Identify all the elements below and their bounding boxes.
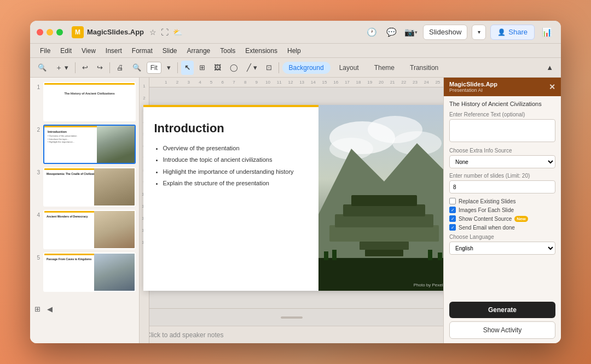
menubar: File Edit View Insert Format Slide Arran…	[30, 44, 561, 58]
minimize-button[interactable]	[47, 29, 53, 36]
text-box-tool[interactable]: ⊡	[263, 61, 275, 75]
replace-slides-label: Replace Existing Slides	[459, 198, 516, 204]
slide-img-4[interactable]: Ancient Wonders of Democracy	[43, 210, 136, 249]
close-button[interactable]	[37, 29, 43, 36]
email-row: ✓ Send Email when done	[449, 224, 555, 231]
analytics-icon[interactable]: 📊	[539, 25, 554, 40]
svg-rect-6	[329, 225, 439, 242]
source-checkbox[interactable]: ✓	[449, 215, 456, 222]
line-tool[interactable]: ╱ ▾	[244, 61, 260, 75]
app-title: MagicSlides.App	[87, 28, 144, 36]
reference-input[interactable]	[449, 119, 555, 142]
reference-label: Enter Reference Text (optional)	[449, 111, 555, 118]
zoom-dropdown[interactable]: ▾	[164, 61, 174, 75]
collapse-toolbar[interactable]: ▲	[543, 61, 557, 75]
zoom-in-button[interactable]: 🔍	[129, 61, 144, 75]
camera-icon[interactable]: 📷 ▾	[403, 25, 419, 40]
print-button[interactable]: 🖨	[113, 61, 127, 75]
star-icon[interactable]: ☆	[149, 28, 157, 37]
right-panel-close[interactable]: ✕	[549, 83, 555, 91]
images-checkbox[interactable]: ✓	[449, 207, 456, 213]
scroll-indicator[interactable]	[281, 316, 303, 319]
slide-photo: Photo by Pexels	[318, 105, 444, 291]
slide-thumbnail-1[interactable]: 1 The History of Ancient Civilizations	[33, 82, 136, 121]
toolbar-separator-1	[75, 62, 76, 73]
menu-file[interactable]: File	[36, 46, 55, 56]
replace-slides-checkbox[interactable]	[449, 198, 456, 204]
maximize-button[interactable]	[56, 29, 63, 36]
slides-count-input[interactable]	[449, 180, 555, 193]
slide-thumbnail-4[interactable]: 4 Ancient Wonders of Democracy	[33, 210, 136, 249]
slideshow-button[interactable]: Slideshow	[423, 25, 467, 40]
bullet-1: Overview of the presentation	[163, 144, 308, 152]
layout-button[interactable]: Layout	[333, 62, 366, 74]
menu-tools[interactable]: Tools	[216, 46, 240, 56]
replace-slides-row: Replace Existing Slides	[449, 198, 555, 204]
show-activity-button[interactable]: Show Activity	[449, 321, 555, 339]
speaker-notes-placeholder[interactable]: Click to add speaker notes	[146, 331, 223, 339]
slideshow-dropdown[interactable]: ▾	[472, 25, 486, 40]
transition-button[interactable]: Transition	[403, 62, 445, 74]
cloud-icon[interactable]: ⛅	[173, 28, 182, 37]
canvas-scroll[interactable]: Introduction Overview of the presentatio…	[140, 87, 443, 308]
slide-img-2[interactable]: Introduction • Overview of the presentat…	[43, 125, 136, 164]
slide-thumbnail-3[interactable]: 3 Mesopotamia: The Cradle of Civilizatio…	[33, 167, 136, 207]
history-icon[interactable]: 🕐	[364, 25, 379, 40]
grid-view-icon[interactable]: ⊞	[33, 304, 42, 314]
menu-insert[interactable]: Insert	[101, 46, 126, 56]
slide-img-3[interactable]: Mesopotamia: The Cradle of Civilization	[43, 167, 136, 207]
slide-num-3: 3	[33, 169, 40, 175]
canvas-bottom-bar	[140, 308, 443, 326]
slide-num-2: 2	[33, 127, 40, 133]
title-area: M MagicSlides.App ☆ ⛶ ⛅	[72, 26, 360, 38]
slide-img-1[interactable]: The History of Ancient Civilizations	[43, 82, 136, 121]
slide-img-5[interactable]: Passage From Caves to Kingdoms	[43, 253, 136, 292]
zoom-level[interactable]: Fit	[147, 62, 161, 74]
toolbar-separator-4	[279, 62, 279, 73]
right-panel-footer: Generate Show Activity	[444, 297, 561, 343]
email-checkbox[interactable]: ✓	[449, 224, 456, 231]
shape-tool[interactable]: ◯	[227, 61, 241, 75]
canvas-area: 1 2 3 4 5 6 7 8 9 10 11 12 13 14 15 16 1…	[140, 78, 443, 343]
mountain-photo-bg: Photo by Pexels	[318, 105, 444, 291]
images-label: Images For Each Slide	[459, 207, 514, 213]
menu-extensions[interactable]: Extensions	[241, 46, 282, 56]
menu-edit[interactable]: Edit	[56, 46, 76, 56]
slide-panel: 1 The History of Ancient Civilizations 2…	[30, 78, 140, 343]
menu-slide[interactable]: Slide	[158, 46, 182, 56]
background-button[interactable]: Background	[282, 62, 331, 74]
add-element-button[interactable]: ＋ ▾	[52, 61, 72, 75]
folder-icon[interactable]: ⛶	[161, 28, 169, 37]
image-tool[interactable]: 🖼	[211, 61, 224, 75]
generate-button[interactable]: Generate	[449, 302, 555, 318]
slide-thumbnail-5[interactable]: 5 Passage From Caves to Kingdoms	[33, 253, 136, 292]
slide-canvas[interactable]: Introduction Overview of the presentatio…	[143, 105, 444, 291]
menu-format[interactable]: Format	[128, 46, 157, 56]
photo-credit: Photo by Pexels	[414, 283, 443, 287]
slides-count-label: Enter number of slides (Limit: 20)	[449, 173, 555, 179]
svg-rect-8	[343, 204, 425, 216]
share-icon: 👤	[497, 28, 506, 36]
slide-thumbnail-2[interactable]: 2 Introduction • Overview of the present…	[33, 125, 136, 164]
redo-button[interactable]: ↪	[94, 61, 106, 75]
comment-icon[interactable]: 💬	[384, 25, 399, 40]
speaker-notes-bar[interactable]: Click to add speaker notes	[140, 326, 443, 343]
collapse-panel-icon[interactable]: ◀	[46, 304, 54, 314]
svg-rect-14	[332, 250, 337, 260]
menu-arrange[interactable]: Arrange	[183, 46, 215, 56]
zoom-out-button[interactable]: 🔍	[34, 61, 50, 75]
cursor-tool[interactable]: ↖	[181, 61, 194, 75]
source-select[interactable]: None Wikipedia Google	[449, 155, 555, 168]
source-checkbox-label: Show Content Source	[459, 216, 512, 222]
toolbar-separator-3	[177, 62, 178, 73]
menu-view[interactable]: View	[77, 46, 100, 56]
undo-button[interactable]: ↩	[79, 61, 91, 75]
text-tool[interactable]: ⊞	[196, 61, 208, 75]
source-label: Choose Extra Info Source	[449, 148, 555, 154]
theme-button[interactable]: Theme	[368, 62, 401, 74]
share-button[interactable]: 👤 Share	[490, 25, 535, 40]
language-select[interactable]: English Spanish French	[449, 242, 555, 255]
menu-help[interactable]: Help	[283, 46, 305, 56]
slide-num-5: 5	[33, 255, 40, 261]
right-panel-header: MagicSlides.App Presentation AI ✕	[444, 78, 561, 96]
